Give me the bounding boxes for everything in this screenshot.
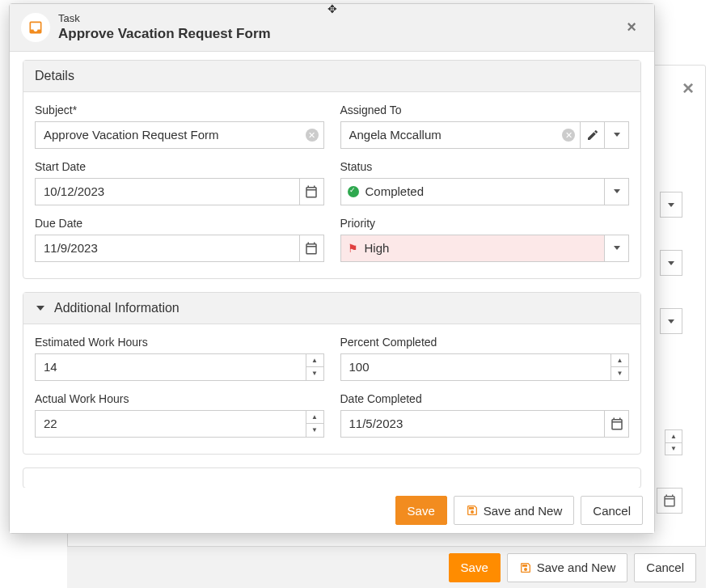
clear-assigned-icon[interactable]: ✕ (557, 122, 580, 148)
start-date-field: Start Date (35, 160, 324, 205)
est-hours-input[interactable] (36, 354, 306, 380)
save-button[interactable]: Save (395, 496, 447, 525)
cancel-button[interactable]: Cancel (581, 496, 643, 525)
bg-dropdown-3[interactable] (660, 308, 682, 334)
move-handle-icon[interactable]: ✥ (327, 2, 337, 15)
edit-assigned-button[interactable] (580, 122, 604, 148)
additional-header[interactable]: Additional Information (23, 293, 640, 324)
date-completed-input[interactable] (341, 411, 605, 437)
modal-body: Details Subject* ✕ Assigned To ✕ (10, 52, 654, 488)
save-new-label: Save and New (484, 504, 563, 518)
actual-hours-field: Actual Work Hours ▲▼ (35, 392, 324, 438)
save-new-button[interactable]: Save and New (454, 496, 575, 525)
details-title: Details (35, 69, 74, 83)
stepper-up-icon[interactable]: ▲ (611, 354, 628, 368)
due-date-input[interactable] (36, 235, 299, 261)
bg-dropdown-2[interactable] (660, 250, 682, 276)
header-title: Approve Vacation Request Form (58, 25, 271, 43)
modal-footer: Save Save and New Cancel (10, 488, 654, 533)
percent-input[interactable] (341, 354, 611, 380)
priority-label: Priority (340, 217, 630, 230)
actual-hours-input[interactable] (36, 411, 306, 437)
clear-subject-icon[interactable]: ✕ (301, 122, 323, 148)
priority-indicator: ⚑ (341, 235, 361, 261)
pencil-icon (586, 129, 599, 142)
calendar-icon (304, 184, 319, 199)
stepper-down-icon[interactable]: ▼ (306, 424, 323, 437)
check-circle-icon (348, 186, 359, 197)
additional-title: Additional Information (54, 301, 180, 315)
actual-hours-label: Actual Work Hours (35, 392, 324, 405)
date-completed-picker-button[interactable] (604, 411, 628, 437)
bg-save-new-label: Save and New (537, 561, 616, 574)
bg-cancel-button[interactable]: Cancel (634, 553, 696, 582)
assigned-to-field: Assigned To ✕ (340, 104, 630, 149)
est-hours-stepper[interactable]: ▲▼ (306, 354, 323, 380)
calendar-icon (610, 417, 624, 431)
stepper-up-icon[interactable]: ▲ (306, 354, 323, 368)
subject-label: Subject* (35, 104, 324, 116)
start-date-picker-button[interactable] (299, 179, 323, 205)
due-date-field: Due Date (35, 217, 324, 262)
bg-dropdown-1[interactable] (660, 192, 682, 218)
header-type: Task (58, 12, 271, 25)
status-field: Status (340, 160, 630, 205)
background-footer: Save Save and New Cancel (67, 546, 706, 588)
chevron-down-icon (36, 306, 44, 311)
date-completed-field: Date Completed (340, 392, 630, 438)
bg-save-button[interactable]: Save (449, 553, 501, 582)
status-indicator (341, 179, 362, 205)
task-modal: ✥ Task Approve Vacation Request Form × D… (9, 3, 655, 534)
details-section: Details Subject* ✕ Assigned To ✕ (23, 60, 641, 279)
est-hours-field: Estimated Work Hours ▲▼ (35, 336, 324, 381)
assigned-to-label: Assigned To (340, 104, 630, 116)
due-date-picker-button[interactable] (299, 235, 323, 261)
status-label: Status (340, 160, 630, 173)
priority-field: Priority ⚑ (340, 217, 630, 262)
percent-field: Percent Completed ▲▼ (340, 336, 630, 381)
collapsed-section[interactable] (23, 467, 641, 488)
bg-close-icon[interactable]: × (682, 77, 694, 99)
save-new-icon (519, 561, 532, 574)
due-date-label: Due Date (35, 217, 324, 230)
start-date-input[interactable] (36, 179, 299, 205)
priority-dropdown-button[interactable] (604, 235, 628, 261)
details-header: Details (23, 61, 640, 92)
status-dropdown-button[interactable] (604, 179, 628, 205)
date-completed-label: Date Completed (340, 392, 630, 405)
subject-field: Subject* ✕ (35, 104, 324, 149)
assigned-dropdown-button[interactable] (604, 122, 628, 148)
bg-stepper-1[interactable]: ▲▼ (665, 429, 682, 455)
calendar-icon (662, 493, 677, 508)
subject-input[interactable] (36, 122, 301, 148)
save-new-icon (466, 504, 479, 517)
additional-section: Additional Information Estimated Work Ho… (23, 292, 641, 455)
status-input[interactable] (362, 179, 605, 205)
bg-calendar-icon[interactable] (657, 488, 682, 514)
percent-label: Percent Completed (340, 336, 630, 349)
percent-stepper[interactable]: ▲▼ (610, 354, 628, 380)
task-icon (21, 13, 50, 42)
priority-input[interactable] (361, 235, 605, 261)
est-hours-label: Estimated Work Hours (35, 336, 324, 349)
inbox-icon (27, 19, 44, 36)
assigned-to-input[interactable] (341, 122, 558, 148)
close-button[interactable]: × (620, 15, 643, 40)
stepper-down-icon[interactable]: ▼ (611, 367, 628, 380)
stepper-up-icon[interactable]: ▲ (306, 411, 323, 425)
calendar-icon (304, 241, 319, 256)
flag-icon: ⚑ (348, 242, 358, 255)
bg-save-new-button[interactable]: Save and New (507, 553, 628, 582)
start-date-label: Start Date (35, 160, 324, 173)
actual-hours-stepper[interactable]: ▲▼ (306, 411, 323, 437)
stepper-down-icon[interactable]: ▼ (306, 367, 323, 380)
